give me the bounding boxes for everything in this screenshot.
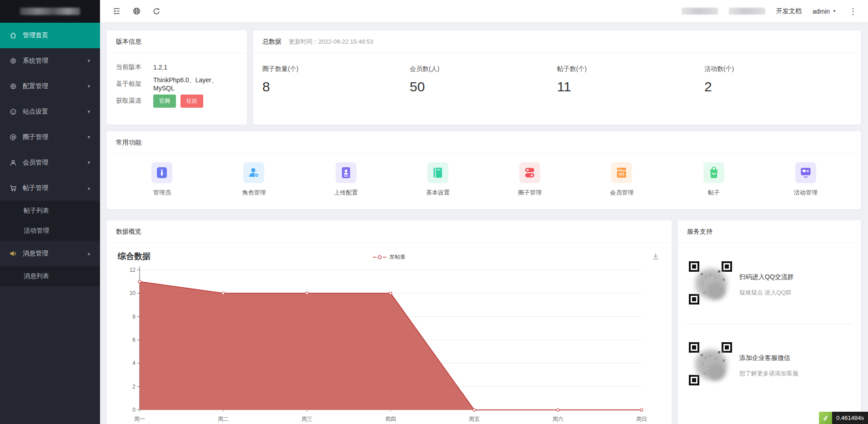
svg-text:4: 4 bbox=[132, 360, 135, 366]
sidebar-item-label: 管理首页 bbox=[23, 31, 48, 40]
admin-tie-icon bbox=[151, 162, 172, 183]
quick-function-label: 管理员 bbox=[153, 189, 171, 197]
update-time-label: 更新时间： bbox=[289, 38, 318, 45]
sidebar-item-0[interactable]: 管理首页 bbox=[0, 23, 100, 48]
user-menu[interactable]: admin ▼ bbox=[813, 8, 836, 15]
sidebar-item-6[interactable]: 帖子管理▲ bbox=[0, 175, 100, 201]
chart-data-point[interactable] bbox=[222, 292, 225, 294]
upload-card-icon bbox=[336, 162, 356, 183]
support-desc: 疑难疑点 进入QQ群 bbox=[739, 289, 794, 297]
chart-legend[interactable]: 发帖量 bbox=[373, 253, 406, 261]
language-globe-icon[interactable] bbox=[126, 0, 146, 23]
home-icon bbox=[9, 31, 17, 40]
username: admin bbox=[813, 8, 830, 15]
sidebar-item-3[interactable]: 站点设置▼ bbox=[0, 99, 100, 125]
stat-item-3: 活动数(个)2 bbox=[704, 65, 852, 95]
quick-function-label: 上传配置 bbox=[334, 189, 358, 197]
thinkphp-logo-icon bbox=[819, 412, 832, 424]
main-area: 开发文档 admin ▼ ⋮ 版本信息 当前版本1.2.1基于框架ThinkPh… bbox=[100, 0, 868, 424]
data-overview-card: 数据概览 综合数据 发帖量 bbox=[107, 220, 672, 424]
quick-function-0[interactable]: 管理员 bbox=[116, 162, 208, 197]
quick-function-1[interactable]: 角色管理 bbox=[208, 162, 300, 197]
sidebar-item-4[interactable]: 圈子管理▼ bbox=[0, 125, 100, 150]
sidebar-item-label: 配置管理 bbox=[23, 82, 48, 90]
svg-text:周五: 周五 bbox=[469, 416, 480, 422]
support-section-0: 扫码进入QQ交流群疑难疑点 进入QQ群 bbox=[678, 243, 861, 324]
quick-function-label: 活动管理 bbox=[794, 189, 818, 197]
stat-value: 50 bbox=[410, 79, 557, 95]
quick-function-6[interactable]: 帖子 bbox=[668, 162, 760, 197]
chevron-down-icon: ▼ bbox=[87, 59, 91, 63]
version-info-card: 版本信息 当前版本1.2.1基于框架ThinkPhp6.0、Layer、MySQ… bbox=[107, 30, 247, 125]
stats-card-title: 总数据 bbox=[262, 30, 281, 53]
svg-text:6: 6 bbox=[132, 337, 135, 343]
quick-function-label: 基本设置 bbox=[426, 189, 450, 197]
at-icon bbox=[9, 133, 17, 141]
chart-data-point[interactable] bbox=[138, 280, 141, 283]
code-window-icon bbox=[611, 162, 632, 183]
gear-icon bbox=[9, 82, 17, 90]
channel-button-0[interactable]: 官网 bbox=[153, 95, 176, 108]
chart-data-point[interactable] bbox=[640, 409, 643, 411]
quick-function-4[interactable]: 圈子管理 bbox=[484, 162, 576, 197]
svg-text:周六: 周六 bbox=[552, 416, 563, 422]
more-menu-icon[interactable]: ⋮ bbox=[847, 6, 859, 16]
stat-value: 8 bbox=[262, 79, 410, 95]
face-icon bbox=[9, 108, 17, 116]
display-icon bbox=[795, 162, 816, 183]
svg-text:周四: 周四 bbox=[385, 416, 396, 422]
chart-data-point[interactable] bbox=[389, 292, 392, 294]
stat-item-1: 会员数(人)50 bbox=[410, 65, 557, 95]
dev-docs-link[interactable]: 开发文档 bbox=[776, 7, 802, 15]
version-row-value: 1.2.1 bbox=[153, 64, 167, 71]
topbar-placeholder-2 bbox=[729, 8, 765, 15]
stat-item-0: 圈子数量(个)8 bbox=[262, 65, 410, 95]
stats-row: 圈子数量(个)8会员数(人)50帖子数(个)11活动数(个)2 bbox=[253, 53, 861, 95]
sidebar-item-2[interactable]: 配置管理▼ bbox=[0, 74, 100, 99]
download-icon[interactable] bbox=[652, 252, 660, 260]
stat-value: 11 bbox=[557, 79, 704, 95]
request-time-badge: 0.461484s bbox=[832, 412, 868, 424]
svg-text:周二: 周二 bbox=[218, 416, 229, 422]
sidebar-item-7[interactable]: 消息管理▲ bbox=[0, 241, 100, 266]
channel-row: 获取渠道官网社区 bbox=[116, 94, 238, 108]
svg-text:周三: 周三 bbox=[301, 416, 312, 422]
debug-toolbar[interactable]: 0.461484s bbox=[819, 412, 868, 424]
chart-data-point[interactable] bbox=[473, 409, 476, 411]
sidebar-subitem-6-1[interactable]: 活动管理 bbox=[0, 221, 100, 241]
chevron-up-icon: ▲ bbox=[87, 251, 91, 256]
chevron-down-icon: ▼ bbox=[87, 84, 91, 89]
support-section-1: 添加企业客服微信想了解更多请添加客服 bbox=[678, 324, 861, 404]
role-user-icon bbox=[243, 162, 264, 183]
topbar: 开发文档 admin ▼ ⋮ bbox=[100, 0, 868, 23]
chart-data-point[interactable] bbox=[306, 292, 308, 294]
quick-function-5[interactable]: 会员管理 bbox=[576, 162, 667, 197]
sidebar-subitem-7-0[interactable]: 消息列表 bbox=[0, 266, 100, 286]
sidebar-subitem-6-0[interactable]: 帖子列表 bbox=[0, 201, 100, 221]
sidebar-item-1[interactable]: 系统管理▼ bbox=[0, 48, 100, 74]
support-sections: 扫码进入QQ交流群疑难疑点 进入QQ群添加企业客服微信想了解更多请添加客服 bbox=[678, 243, 861, 404]
quick-function-7[interactable]: 活动管理 bbox=[760, 162, 852, 197]
sidebar-item-5[interactable]: 会员管理▼ bbox=[0, 150, 100, 175]
channel-button-1[interactable]: 社区 bbox=[181, 95, 203, 108]
support-text: 扫码进入QQ交流群疑难疑点 进入QQ群 bbox=[739, 273, 794, 297]
content: 版本信息 当前版本1.2.1基于框架ThinkPhp6.0、Layer、MySQ… bbox=[100, 23, 868, 424]
support-title: 添加企业客服微信 bbox=[739, 354, 798, 362]
gear-icon bbox=[9, 57, 17, 65]
toggle-icon bbox=[519, 162, 540, 183]
svg-text:12: 12 bbox=[130, 267, 136, 273]
refresh-icon[interactable] bbox=[146, 0, 166, 23]
stat-label: 圈子数量(个) bbox=[262, 65, 410, 73]
qr-code-image bbox=[689, 261, 732, 304]
collapse-menu-icon[interactable] bbox=[106, 0, 126, 23]
version-row-label: 基于框架 bbox=[116, 80, 153, 88]
legend-label: 发帖量 bbox=[389, 253, 406, 261]
quick-function-3[interactable]: 基本设置 bbox=[392, 162, 484, 197]
quick-function-2[interactable]: 上传配置 bbox=[300, 162, 392, 197]
speaker-icon bbox=[9, 249, 17, 258]
stat-label: 活动数(个) bbox=[704, 65, 852, 73]
sidebar-item-label: 站点设置 bbox=[23, 108, 48, 116]
chart-data-point[interactable] bbox=[557, 409, 559, 411]
quick-card-title: 常用功能 bbox=[107, 131, 861, 154]
svg-text:周一: 周一 bbox=[134, 416, 145, 422]
